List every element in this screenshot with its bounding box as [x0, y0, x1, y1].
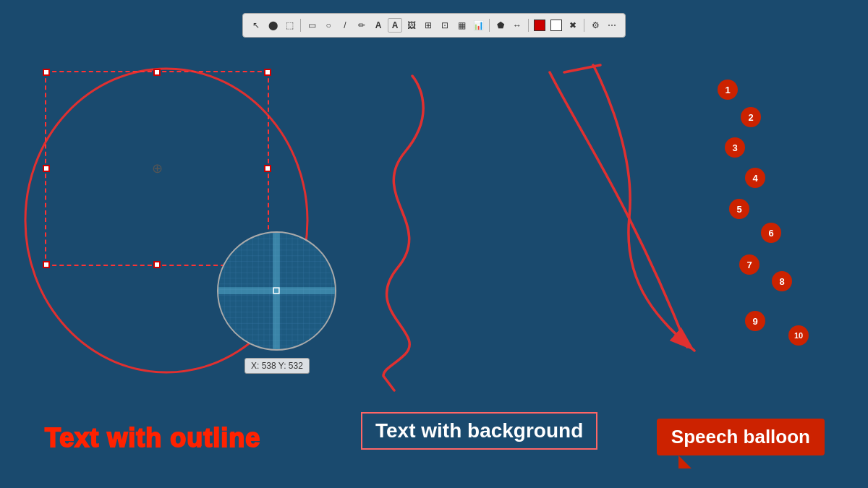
more-btn[interactable]: ⋯ — [605, 18, 619, 33]
handle-top-right[interactable] — [264, 69, 271, 76]
number-circle-4: 4 — [745, 168, 765, 188]
zoom-magnifier — [217, 231, 336, 351]
select-tool[interactable]: ⬚ — [282, 18, 297, 33]
textbox-tool[interactable]: A — [388, 18, 402, 33]
number-circle-3: 3 — [725, 137, 745, 158]
chart-tool[interactable]: 📊 — [471, 18, 485, 33]
separator3 — [528, 19, 529, 32]
text-tool[interactable]: A — [371, 18, 386, 33]
line-tool[interactable]: / — [338, 18, 352, 33]
number-circle-7: 7 — [739, 254, 760, 275]
image-tool[interactable]: 🖼 — [404, 18, 419, 33]
number-circle-9: 9 — [745, 311, 765, 331]
handle-bottom-middle[interactable] — [153, 261, 161, 268]
shape-tool[interactable]: ⬟ — [493, 18, 508, 33]
number-circle-10: 10 — [788, 325, 809, 346]
coordinate-label: X: 538 Y: 532 — [244, 358, 310, 374]
ungroup-tool[interactable]: ⊡ — [438, 18, 452, 33]
delete-btn[interactable]: ✖ — [566, 18, 580, 33]
number-circle-5: 5 — [729, 199, 749, 219]
handle-middle-left[interactable] — [43, 165, 50, 172]
handle-bottom-left[interactable] — [43, 261, 50, 268]
fill-color-btn[interactable] — [532, 18, 547, 33]
text-background-label: Text with background — [361, 412, 597, 450]
handle-middle-right[interactable] — [264, 165, 271, 172]
table-tool[interactable]: ▦ — [454, 18, 469, 33]
settings-btn[interactable]: ⚙ — [588, 18, 603, 33]
number-circle-8: 8 — [772, 271, 792, 291]
text-outline-label: Text with outline — [45, 423, 260, 453]
connector-tool[interactable]: ↔ — [510, 18, 524, 33]
group-tool[interactable]: ⊞ — [421, 18, 435, 33]
rect-tool[interactable]: ▭ — [305, 18, 319, 33]
separator4 — [584, 19, 584, 32]
number-circle-2: 2 — [741, 107, 761, 127]
circle-tool[interactable]: ⬤ — [265, 18, 280, 33]
handle-top-left[interactable] — [43, 69, 50, 76]
toolbar[interactable]: ↖ ⬤ ⬚ ▭ ○ / ✏ A A 🖼 ⊞ ⊡ ▦ 📊 ⬟ ↔ ✖ ⚙ ⋯ — [242, 13, 626, 38]
speech-balloon-container: Speech balloon — [657, 419, 825, 455]
number-circle-6: 6 — [761, 223, 781, 243]
pen-tool[interactable]: ✏ — [354, 18, 369, 33]
separator2 — [489, 19, 490, 32]
separator — [300, 19, 301, 32]
arrow-tool[interactable]: ↖ — [249, 18, 263, 33]
speech-balloon-text: Speech balloon — [657, 419, 825, 455]
stroke-color-btn[interactable] — [549, 18, 563, 33]
number-circle-1: 1 — [718, 80, 738, 100]
handle-top-middle[interactable] — [153, 69, 161, 76]
ellipse-tool[interactable]: ○ — [321, 18, 336, 33]
